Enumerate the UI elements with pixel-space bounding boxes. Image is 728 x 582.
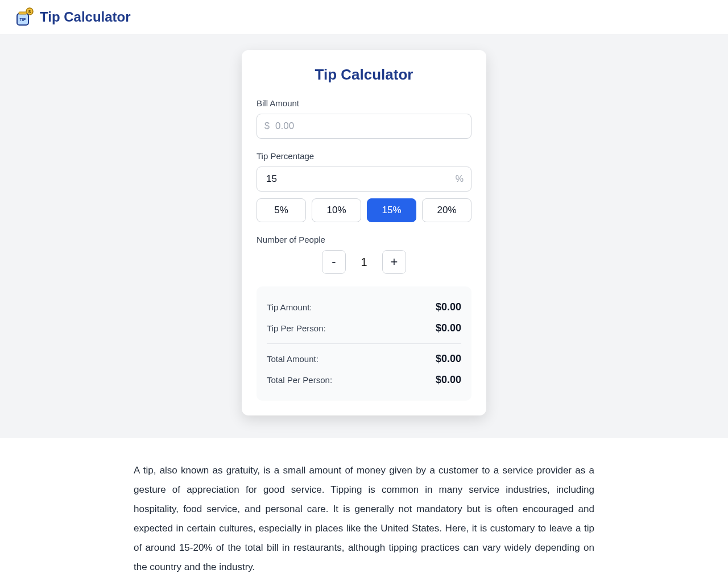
tip-preset-10[interactable]: 10%: [312, 198, 361, 222]
tip-percentage-block: Tip Percentage % 5% 10% 15% 20%: [257, 151, 471, 222]
bill-amount-input[interactable]: [257, 114, 471, 139]
tip-preset-row: 5% 10% 15% 20%: [257, 198, 471, 222]
tip-per-person-row: Tip Per Person: $0.00: [267, 318, 461, 339]
people-increment-button[interactable]: +: [382, 250, 406, 274]
total-per-person-label: Total Per Person:: [267, 375, 332, 385]
people-decrement-button[interactable]: -: [322, 250, 346, 274]
total-amount-value: $0.00: [436, 353, 461, 365]
tip-percentage-label: Tip Percentage: [257, 151, 471, 161]
people-value: 1: [358, 256, 370, 269]
bill-amount-group: $: [257, 114, 471, 139]
dollar-prefix: $: [264, 121, 270, 131]
article: A tip, also known as gratuity, is a smal…: [128, 461, 600, 582]
total-per-person-value: $0.00: [436, 374, 461, 386]
people-stepper: - 1 +: [257, 250, 471, 274]
header-title: Tip Calculator: [40, 9, 131, 25]
bill-amount-label: Bill Amount: [257, 98, 471, 108]
people-label: Number of People: [257, 235, 471, 244]
tip-jar-icon: $ TIP: [14, 7, 34, 27]
svg-text:TIP: TIP: [20, 18, 26, 22]
tip-amount-label: Tip Amount:: [267, 302, 312, 312]
total-amount-label: Total Amount:: [267, 354, 318, 364]
svg-text:$: $: [28, 9, 31, 14]
tip-per-person-label: Tip Per Person:: [267, 323, 326, 333]
tip-amount-row: Tip Amount: $0.00: [267, 297, 461, 318]
results-panel: Tip Amount: $0.00 Tip Per Person: $0.00 …: [257, 286, 471, 401]
calculator-card: Tip Calculator Bill Amount $ Tip Percent…: [242, 50, 486, 415]
article-paragraph-1: A tip, also known as gratuity, is a smal…: [134, 461, 594, 577]
tip-preset-5[interactable]: 5%: [257, 198, 306, 222]
tip-percentage-input[interactable]: [257, 167, 471, 192]
svg-rect-3: [19, 12, 27, 14]
header: $ TIP Tip Calculator: [0, 0, 728, 34]
tip-preset-20[interactable]: 20%: [422, 198, 471, 222]
people-block: Number of People - 1 +: [257, 235, 471, 274]
percent-suffix: %: [456, 174, 464, 184]
tip-amount-value: $0.00: [436, 301, 461, 313]
total-amount-row: Total Amount: $0.00: [267, 348, 461, 369]
hero-band: Tip Calculator Bill Amount $ Tip Percent…: [0, 34, 728, 438]
tip-preset-15[interactable]: 15%: [367, 198, 416, 222]
total-per-person-row: Total Per Person: $0.00: [267, 369, 461, 390]
tip-percentage-group: %: [257, 167, 471, 192]
card-title: Tip Calculator: [257, 66, 471, 84]
results-divider: [267, 343, 461, 344]
tip-per-person-value: $0.00: [436, 322, 461, 334]
